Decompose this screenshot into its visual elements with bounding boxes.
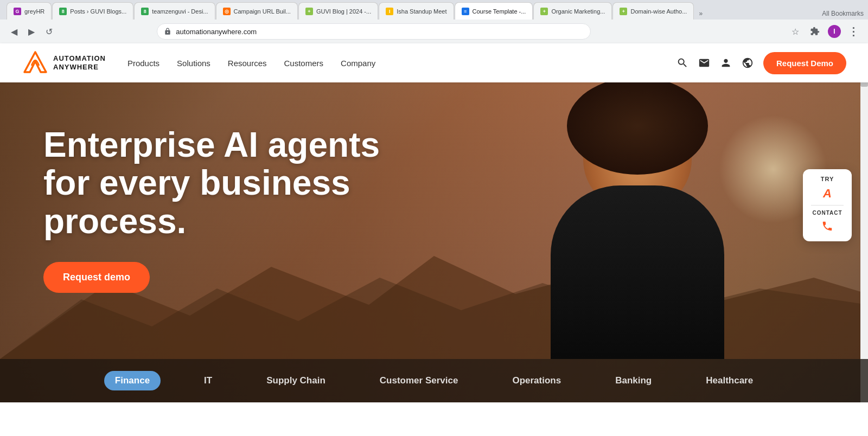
star-button[interactable]: ☆ <box>788 24 803 39</box>
refresh-button[interactable]: ↺ <box>41 24 56 39</box>
category-banking[interactable]: Banking <box>604 371 662 390</box>
nav-link-products[interactable]: Products <box>127 59 159 68</box>
tab-label: Organic Marketing... <box>551 8 605 15</box>
hero-section: Enterprise AI agents for every business … <box>0 82 868 402</box>
mail-icon <box>698 57 710 69</box>
tab-favicon: ≡ <box>462 8 469 15</box>
tab-t8[interactable]: + Organic Marketing... <box>533 2 612 20</box>
tab-favicon: I <box>386 8 393 15</box>
address-bar[interactable]: automationanywhere.com <box>157 23 591 40</box>
nav-right: Request Demo <box>676 52 846 74</box>
tab-t9[interactable]: + Domain-wise Autho... <box>612 2 694 20</box>
nav-link-company[interactable]: Company <box>341 59 375 68</box>
profile-button[interactable]: I <box>827 24 842 39</box>
widget-contact-icon[interactable] <box>821 220 833 235</box>
widget-try-label: TRY <box>821 176 834 182</box>
menu-button[interactable]: ⋮ <box>846 24 861 39</box>
tab-label: Isha Standup Meet <box>397 8 446 15</box>
globe-icon <box>742 57 754 69</box>
user-button[interactable] <box>720 57 732 69</box>
lock-icon <box>164 28 171 35</box>
request-demo-nav-button[interactable]: Request Demo <box>763 52 846 74</box>
tab-label: Course Template -... <box>473 8 526 15</box>
tab-label: teamzenguvi - Desi... <box>152 8 208 15</box>
logo-text: AUTOMATION ANYWHERE <box>53 54 106 71</box>
nav-link-solutions[interactable]: Solutions <box>177 59 210 68</box>
hero-cta-button[interactable]: Request demo <box>43 262 150 293</box>
tab-favicon: ◎ <box>223 8 231 15</box>
logo[interactable]: AUTOMATION ANYWHERE <box>22 49 106 76</box>
tab-t2[interactable]: 8 Posts › GUVI Blogs... <box>52 2 133 20</box>
tab-favicon: 8 <box>141 8 149 15</box>
nav-buttons: ◀ ▶ ↺ <box>7 24 56 39</box>
category-it[interactable]: IT <box>193 371 223 390</box>
category-customer_service[interactable]: Customer Service <box>369 371 469 390</box>
globe-button[interactable] <box>742 57 754 69</box>
tab-favicon: + <box>305 8 313 15</box>
main-nav: AUTOMATION ANYWHERE ProductsSolutionsRes… <box>0 43 868 82</box>
svg-marker-0 <box>24 52 46 72</box>
all-bookmarks-label[interactable]: All Bookmarks <box>818 8 868 20</box>
nav-link-resources[interactable]: Resources <box>228 59 267 68</box>
tab-t7[interactable]: ≡ Course Template -... <box>455 2 533 20</box>
search-button[interactable] <box>676 57 688 69</box>
tab-favicon: + <box>620 8 627 15</box>
search-icon <box>676 57 688 69</box>
widget-logo-letter[interactable]: A <box>823 187 832 201</box>
tab-label: greyHR <box>24 8 44 15</box>
tab-label: Domain-wise Autho... <box>630 8 687 15</box>
user-icon <box>720 57 732 69</box>
widget-contact-label: CONTACT <box>812 210 842 216</box>
tab-favicon: G <box>14 8 21 15</box>
browser-toolbar: ◀ ▶ ↺ automationanywhere.com ☆ I ⋮ <box>0 20 868 43</box>
tab-label: GUVI Blog | 2024 -... <box>316 8 371 15</box>
tab-t6[interactable]: I Isha Standup Meet <box>379 2 454 20</box>
tabs-bar: G greyHR 8 Posts › GUVI Blogs... 8 teamz… <box>0 0 868 20</box>
nav-link-customers[interactable]: Customers <box>284 59 324 68</box>
nav-links: ProductsSolutionsResourcesCustomersCompa… <box>127 59 375 68</box>
browser-chrome: G greyHR 8 Posts › GUVI Blogs... 8 teamz… <box>0 0 868 43</box>
url-text: automationanywhere.com <box>176 28 257 36</box>
scrollbar[interactable] <box>860 43 868 402</box>
logo-svg <box>22 49 49 76</box>
hero-headline: Enterprise AI agents for every business … <box>43 126 423 240</box>
category-finance[interactable]: Finance <box>104 371 161 390</box>
website-content: AUTOMATION ANYWHERE ProductsSolutionsRes… <box>0 43 868 402</box>
mail-button[interactable] <box>698 57 710 69</box>
tab-label: Posts › GUVI Blogs... <box>70 8 126 15</box>
tab-favicon: 8 <box>59 8 67 15</box>
tab-t1[interactable]: G greyHR <box>7 2 52 20</box>
category-operations[interactable]: Operations <box>501 371 572 390</box>
more-tabs-button[interactable]: » <box>694 8 707 20</box>
hero-content: Enterprise AI agents for every business … <box>43 126 423 293</box>
hero-image <box>461 82 814 359</box>
floating-widget: TRY A CONTACT <box>803 169 852 241</box>
forward-button[interactable]: ▶ <box>24 24 39 39</box>
tab-t4[interactable]: ◎ Campaign URL Buil... <box>216 2 298 20</box>
toolbar-right: ☆ I ⋮ <box>788 24 861 39</box>
tab-label: Campaign URL Buil... <box>234 8 291 15</box>
tab-t3[interactable]: 8 teamzenguvi - Desi... <box>134 2 215 20</box>
category-bar: FinanceITSupply ChainCustomer ServiceOpe… <box>0 359 868 402</box>
back-button[interactable]: ◀ <box>7 24 22 39</box>
tab-favicon: + <box>540 8 548 15</box>
widget-divider <box>811 205 844 206</box>
tab-t5[interactable]: + GUVI Blog | 2024 -... <box>298 2 378 20</box>
category-healthcare[interactable]: Healthcare <box>695 371 764 390</box>
category-supply_chain[interactable]: Supply Chain <box>256 371 336 390</box>
extensions-button[interactable] <box>807 24 822 39</box>
